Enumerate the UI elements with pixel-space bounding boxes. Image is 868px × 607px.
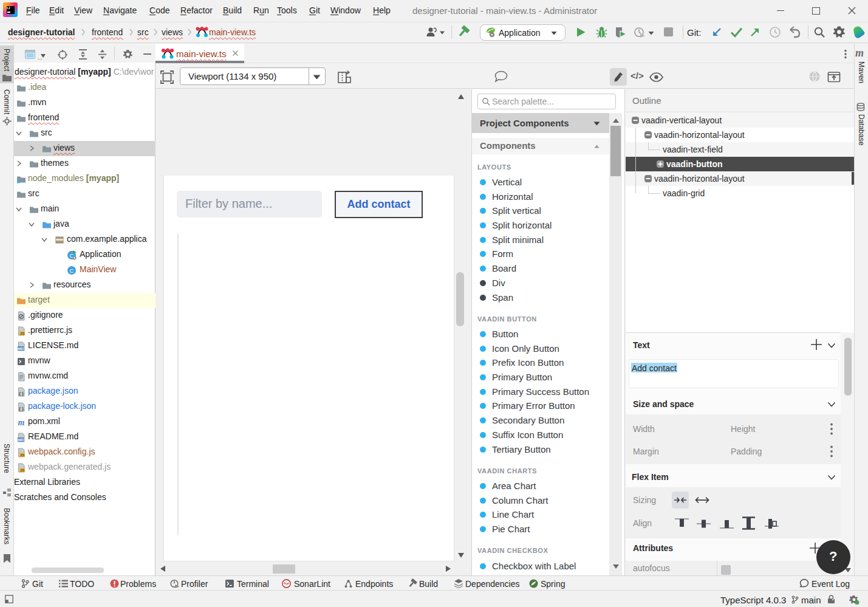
svg-text:JS: JS	[20, 453, 24, 457]
svg-text:{ }: { }	[19, 405, 24, 411]
svg-text:JS: JS	[20, 332, 24, 335]
svg-text:MD: MD	[18, 438, 24, 442]
svg-text:{ }: { }	[19, 390, 24, 396]
svg-text:JS: JS	[20, 468, 24, 472]
svg-text:m: m	[18, 418, 25, 427]
svg-text:C: C	[70, 267, 74, 273]
svg-text:MD: MD	[18, 347, 24, 351]
